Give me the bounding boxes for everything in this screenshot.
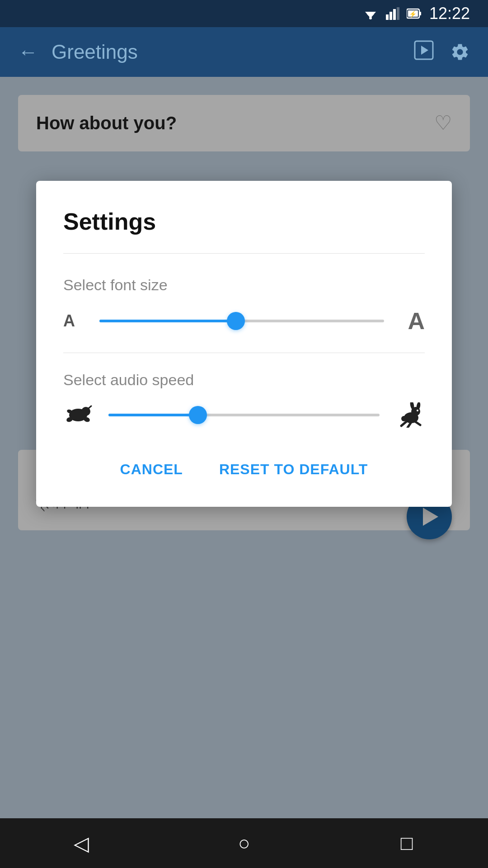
audio-speed-slider[interactable] [108, 406, 380, 424]
svg-marker-12 [421, 46, 428, 55]
audio-speed-track [108, 414, 380, 416]
font-size-large-label: A [398, 307, 425, 335]
app-bar-actions [414, 40, 470, 64]
font-size-fill [99, 320, 236, 322]
status-icons: ⚡ 12:22 [362, 4, 470, 23]
svg-rect-5 [393, 9, 396, 20]
dialog-overlay: Settings Select font size A A Select aud… [0, 77, 488, 818]
reset-to-default-button[interactable]: RESET TO DEFAULT [215, 455, 373, 484]
wifi-icon [362, 7, 379, 20]
font-size-label: Select font size [63, 276, 425, 294]
font-size-thumb[interactable] [227, 312, 245, 330]
bottom-nav: ◁ ○ □ [0, 818, 488, 868]
cancel-button[interactable]: CANCEL [116, 455, 188, 484]
font-size-slider-row: A A [63, 307, 425, 335]
rabbit-icon [393, 402, 425, 428]
app-bar: ← Greetings [0, 27, 488, 77]
svg-line-20 [88, 406, 91, 409]
svg-rect-8 [419, 12, 421, 15]
battery-icon: ⚡ [407, 7, 422, 20]
background-content: How about you? ♡ Settings Select font si… [0, 77, 488, 818]
dialog-divider-1 [63, 253, 425, 254]
font-size-slider[interactable] [99, 312, 384, 330]
svg-point-2 [369, 17, 372, 19]
svg-line-27 [415, 421, 420, 425]
status-time: 12:22 [429, 4, 470, 23]
audio-speed-label: Select audio speed [63, 371, 425, 389]
svg-point-29 [417, 410, 418, 411]
nav-back-button[interactable]: ◁ [63, 825, 99, 861]
audio-speed-slider-row [63, 402, 425, 428]
svg-rect-4 [389, 12, 392, 20]
svg-rect-6 [397, 7, 399, 20]
svg-rect-3 [386, 14, 389, 20]
signal-icon [386, 7, 399, 20]
svg-point-28 [401, 416, 407, 421]
status-bar: ⚡ 12:22 [0, 0, 488, 27]
nav-recent-button[interactable]: □ [389, 825, 425, 861]
play-button[interactable] [414, 40, 434, 64]
font-size-track [99, 320, 384, 322]
nav-home-button[interactable]: ○ [226, 825, 262, 861]
font-size-small-label: A [63, 311, 86, 330]
svg-text:⚡: ⚡ [409, 10, 417, 18]
app-title: Greetings [52, 41, 400, 63]
dialog-buttons: CANCEL RESET TO DEFAULT [63, 450, 425, 484]
turtle-icon [63, 402, 95, 428]
audio-speed-thumb[interactable] [189, 406, 207, 424]
svg-line-26 [408, 422, 411, 428]
settings-icon[interactable] [450, 42, 470, 62]
back-button[interactable]: ← [18, 41, 38, 63]
section-divider [63, 353, 425, 353]
svg-line-25 [401, 421, 407, 426]
settings-dialog: Settings Select font size A A Select aud… [36, 181, 452, 507]
audio-speed-fill [108, 414, 198, 416]
dialog-title: Settings [63, 208, 425, 235]
